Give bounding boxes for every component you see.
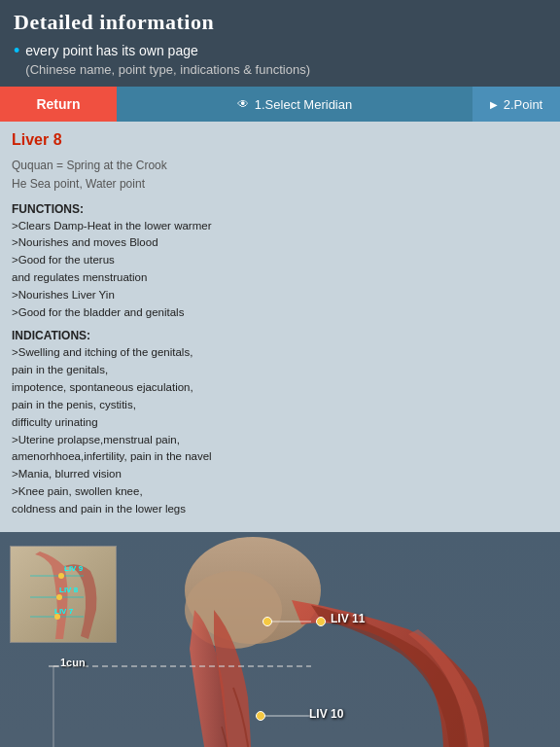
subtitle-line1: every point has its own page (25, 41, 310, 61)
svg-point-21 (56, 594, 62, 600)
point-subtitle-line1: Ququan = Spring at the Crook (12, 157, 548, 175)
functions-body: >Clears Damp-Heat in the lower warmer>No… (12, 218, 548, 322)
1cun-label: 1cun (60, 657, 86, 668)
thumb-liv7-label: LIV 7 (54, 607, 73, 616)
functions-section: FUNCTIONS: >Clears Damp-Heat in the lowe… (12, 202, 548, 322)
thumbnail-svg (11, 547, 117, 643)
liv11-label: LIV 11 (331, 612, 365, 625)
navbar: Return 👁 1.Select Meridian ▶ 2.Point (0, 87, 560, 122)
page-title: Detailed information (14, 10, 546, 35)
point-label: 2.Point (504, 97, 542, 112)
liv10-label: LIV 10 (309, 707, 343, 721)
point-subtitle: Ququan = Spring at the Crook He Sea poin… (12, 157, 548, 194)
return-button[interactable]: Return (0, 87, 117, 122)
point-title: Liver 8 (12, 131, 548, 149)
eye-icon: 👁 (237, 97, 249, 111)
indications-section: INDICATIONS: >Swelling and itching of th… (12, 329, 548, 517)
point-button[interactable]: ▶ 2.Point (472, 87, 560, 122)
liv11-dot[interactable] (262, 617, 272, 626)
liv10-dot[interactable] (256, 711, 265, 721)
svg-point-20 (58, 573, 64, 579)
thumbnail: LIV 9 LIV 8 LIV 7 (10, 546, 117, 643)
select-meridian-label: 1.Select Meridian (255, 97, 352, 112)
thumb-liv9-label: LIV 9 (64, 564, 83, 573)
point-subtitle-line2: He Sea point, Water point (12, 175, 548, 194)
bullet-icon: • (14, 41, 19, 61)
thumb-liv8-label: LIV 8 (59, 586, 78, 594)
content-panel: Liver 8 Ququan = Spring at the Crook He … (0, 122, 560, 531)
anatomy-image-area: LIV 9 LIV 8 LIV 7 LIV 11 LIV 10 — LIV 9 … (0, 532, 560, 747)
indications-header: INDICATIONS: (12, 329, 548, 342)
select-meridian-button[interactable]: 👁 1.Select Meridian (117, 87, 472, 122)
thumbnail-inner: LIV 9 LIV 8 LIV 7 (11, 547, 116, 642)
functions-header: FUNCTIONS: (12, 202, 548, 216)
subtitle-line2: (Chinese name, point type, indications &… (25, 61, 310, 79)
indications-body: >Swelling and itching of the genitals,pa… (12, 344, 548, 517)
arrow-icon: ▶ (490, 99, 498, 110)
header: Detailed information • every point has i… (0, 0, 560, 87)
liv11-dot2[interactable] (316, 617, 326, 626)
